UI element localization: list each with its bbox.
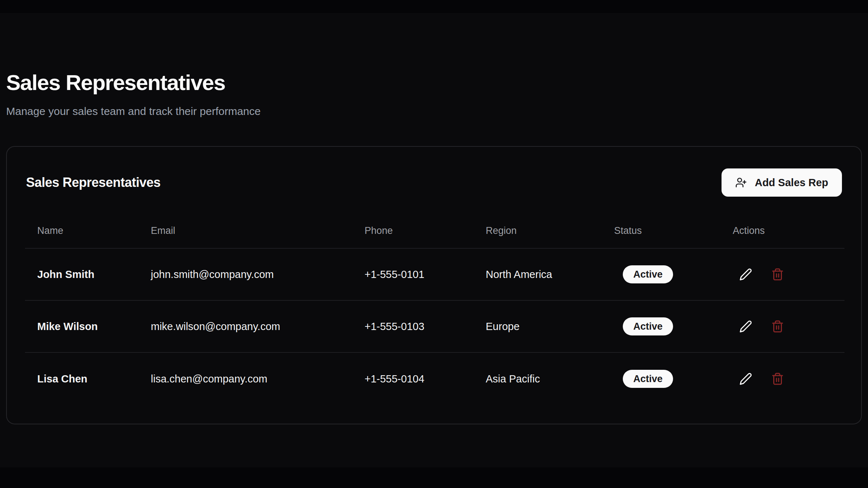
pencil-icon [739,268,752,281]
rep-region: Asia Pacific [473,373,602,385]
column-header-email: Email [139,225,352,248]
table-row: John Smith john.smith@company.com +1-555… [25,249,844,301]
edit-button[interactable] [738,371,754,387]
row-actions [720,371,844,387]
row-actions [720,266,844,282]
table-row: Mike Wilson mike.wilson@company.com +1-5… [25,301,844,353]
trash-icon [771,372,784,385]
rep-status-cell: Active [602,317,720,335]
add-sales-rep-label: Add Sales Rep [755,177,828,189]
edit-button[interactable] [738,318,754,334]
delete-button[interactable] [770,371,786,387]
pencil-icon [739,372,752,385]
card-title: Sales Representatives [26,175,161,190]
rep-status-cell: Active [602,265,720,283]
rep-status-cell: Active [602,370,720,388]
sales-reps-card: Sales Representatives Add Sales Rep Name… [6,146,862,424]
rep-name: John Smith [25,269,139,281]
trash-icon [771,268,784,281]
column-header-phone: Phone [352,225,473,248]
add-sales-rep-button[interactable]: Add Sales Rep [722,168,842,197]
column-header-actions: Actions [720,225,844,248]
pencil-icon [739,320,752,333]
rep-region: North America [473,269,602,281]
status-badge: Active [623,265,673,283]
page-subtitle: Manage your sales team and track their p… [6,105,862,118]
page-title: Sales Representatives [6,71,862,95]
edit-button[interactable] [738,266,754,282]
trash-icon [771,320,784,333]
rep-phone: +1-555-0103 [352,321,473,333]
user-plus-icon [735,177,747,188]
column-header-region: Region [473,225,602,248]
row-actions [720,318,844,334]
delete-button[interactable] [770,266,786,282]
sales-reps-table: Name Email Phone Region Status Actions J… [25,202,844,405]
rep-phone: +1-555-0101 [352,269,473,281]
status-badge: Active [623,370,673,388]
rep-email: john.smith@company.com [139,269,352,281]
card-header: Sales Representatives Add Sales Rep [7,147,861,202]
main-content: Sales Representatives Manage your sales … [0,13,868,467]
rep-name: Lisa Chen [25,373,139,385]
rep-region: Europe [473,321,602,333]
status-badge: Active [623,317,673,335]
table-row: Lisa Chen lisa.chen@company.com +1-555-0… [25,353,844,405]
column-header-name: Name [25,225,139,248]
delete-button[interactable] [770,318,786,334]
column-header-status: Status [602,225,720,248]
rep-phone: +1-555-0104 [352,373,473,385]
table-header-row: Name Email Phone Region Status Actions [25,202,844,249]
rep-name: Mike Wilson [25,321,139,333]
rep-email: lisa.chen@company.com [139,373,352,385]
rep-email: mike.wilson@company.com [139,321,352,333]
